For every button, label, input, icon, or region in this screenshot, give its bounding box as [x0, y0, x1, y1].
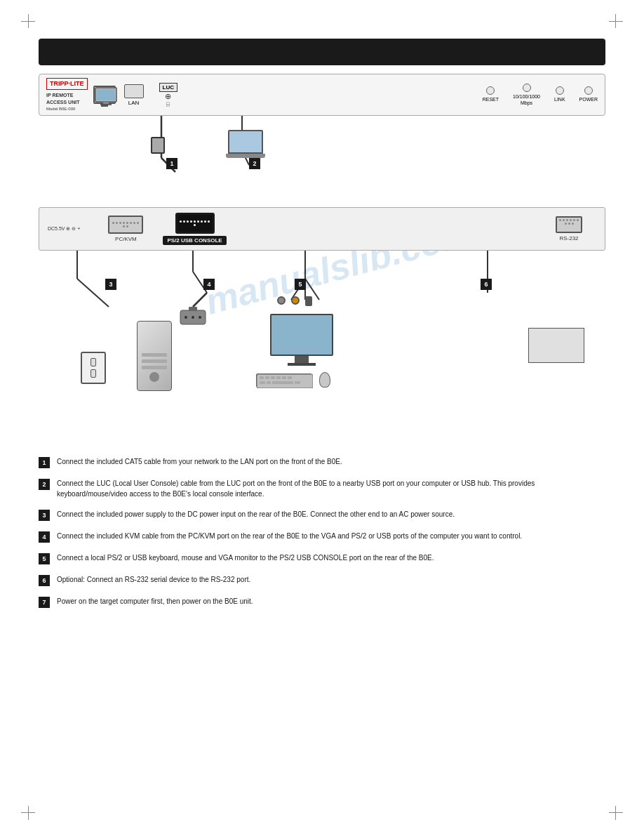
- instructions-section: 1 Connect the included CAT5 cable from y…: [39, 456, 605, 618]
- svg-rect-31: [267, 381, 271, 384]
- power-indicator: POWER: [579, 86, 598, 102]
- network-led: [523, 84, 531, 92]
- callout-5: 5: [295, 279, 306, 290]
- dot: [123, 225, 125, 227]
- svg-point-19: [185, 316, 187, 319]
- power-outlet: [81, 352, 106, 384]
- dot: [577, 219, 579, 221]
- back-panel: DC5.5V ⊕ ⊖ + PC/KVM: [39, 207, 605, 251]
- corner-mark-tr: [609, 21, 623, 22]
- svg-rect-26: [271, 376, 275, 379]
- instruction-num-7: 7: [39, 597, 50, 608]
- monitor-screen: [270, 314, 333, 356]
- instruction-text-1: Connect the included CAT5 cable from you…: [57, 456, 605, 467]
- instruction-num-4: 4: [39, 531, 50, 543]
- instruction-num-6: 6: [39, 575, 50, 586]
- laptop-base: [226, 154, 265, 158]
- rs232-dots: [557, 218, 581, 226]
- dot: [572, 223, 574, 225]
- callout-2-top: 2: [249, 158, 260, 169]
- network-label: 10/100/1000Mbps: [513, 94, 540, 106]
- dot: [570, 219, 572, 221]
- dot: [565, 223, 567, 225]
- dot: [194, 220, 196, 223]
- console-port: [175, 213, 215, 234]
- svg-rect-33: [295, 381, 300, 384]
- lan-port: [124, 84, 144, 98]
- pc-kvm-dots: [109, 220, 142, 229]
- dot: [190, 220, 192, 223]
- dot: [566, 219, 568, 221]
- instruction-text-2: Connect the LUC (Local User Console) cab…: [57, 478, 605, 499]
- laptop-screen: [228, 130, 263, 154]
- power-led: [584, 86, 593, 95]
- outlet-hole-1: [90, 358, 96, 366]
- svg-point-20: [192, 316, 194, 319]
- dot: [197, 220, 199, 223]
- instruction-num-3: 3: [39, 510, 50, 521]
- dot: [201, 220, 203, 223]
- instruction-text-7: Power on the target computer first, then…: [57, 596, 605, 607]
- dot: [187, 220, 189, 223]
- corner-mark-v-bl: [28, 806, 29, 820]
- front-monitor-icon: [93, 86, 116, 104]
- network-indicator: 10/100/1000Mbps: [513, 84, 540, 106]
- dot: [194, 224, 196, 226]
- instruction-num-2: 2: [39, 479, 50, 490]
- console-dots: [177, 219, 213, 227]
- instruction-text-4: Connect the included KVM cable from the …: [57, 531, 605, 541]
- svg-rect-24: [260, 376, 264, 379]
- callout-6: 6: [481, 279, 492, 290]
- svg-point-21: [199, 316, 201, 319]
- svg-rect-3: [100, 104, 112, 105]
- instruction-text-5: Connect a local PS/2 or USB keyboard, mo…: [57, 552, 605, 563]
- reset-label: RESET: [483, 97, 499, 102]
- corner-mark-v-tl: [28, 14, 29, 28]
- instruction-7: 7 Power on the target computer first, th…: [39, 596, 605, 608]
- front-panel: TRIPP·LITE IP REMOTE ACCESS UNIT Model B…: [39, 74, 605, 116]
- dot: [119, 222, 121, 224]
- usb-cable-head: [305, 296, 312, 306]
- svg-rect-29: [288, 376, 292, 379]
- power-label: POWER: [579, 97, 598, 102]
- instruction-text-6: Optional: Connect an RS-232 serial devic…: [57, 574, 605, 585]
- corner-mark-br: [609, 812, 623, 813]
- svg-rect-22: [189, 307, 197, 311]
- svg-rect-28: [282, 376, 286, 379]
- instruction-5: 5 Connect a local PS/2 or USB keyboard, …: [39, 552, 605, 564]
- brand-logo: TRIPP·LITE: [46, 78, 88, 90]
- top-wires-svg: [39, 116, 605, 207]
- instruction-4: 4 Connect the included KVM cable from th…: [39, 531, 605, 543]
- svg-line-9: [77, 279, 109, 307]
- svg-rect-1: [97, 89, 115, 100]
- svg-rect-30: [260, 381, 265, 384]
- model-number: Model B0E-000: [46, 106, 79, 112]
- brand-section: TRIPP·LITE IP REMOTE ACCESS UNIT Model B…: [46, 78, 185, 112]
- dot: [116, 222, 118, 224]
- top-cable-area: 1 2: [39, 116, 605, 207]
- front-indicators: RESET 10/100/1000Mbps LINK POWER: [483, 84, 598, 106]
- instruction-6: 6 Optional: Connect an RS-232 serial dev…: [39, 574, 605, 586]
- callout-4: 4: [203, 279, 215, 290]
- link-led: [556, 86, 564, 95]
- console-cables: [277, 296, 312, 306]
- reset-indicator: RESET: [483, 86, 499, 102]
- rs232-label: RS-232: [559, 235, 578, 241]
- monitor-base: [288, 363, 316, 366]
- link-label: LINK: [554, 97, 565, 102]
- dot: [130, 222, 132, 224]
- dot: [559, 219, 561, 221]
- console-port-group: PS/2 USB CONSOLE: [163, 213, 226, 245]
- brand-info: IP REMOTE ACCESS UNIT Model B0E-000: [46, 92, 79, 112]
- mouse: [319, 372, 330, 388]
- svg-rect-27: [276, 376, 281, 379]
- dot: [208, 220, 210, 223]
- rs232-port-group: RS-232: [556, 216, 582, 241]
- link-indicator: LINK: [554, 86, 565, 102]
- corner-mark-v-br: [615, 806, 616, 820]
- ps2-cable-head-2: [291, 296, 300, 305]
- dot: [137, 222, 139, 224]
- callout-3: 3: [105, 279, 116, 290]
- header-bar: [39, 39, 605, 65]
- svg-rect-32: [272, 381, 293, 384]
